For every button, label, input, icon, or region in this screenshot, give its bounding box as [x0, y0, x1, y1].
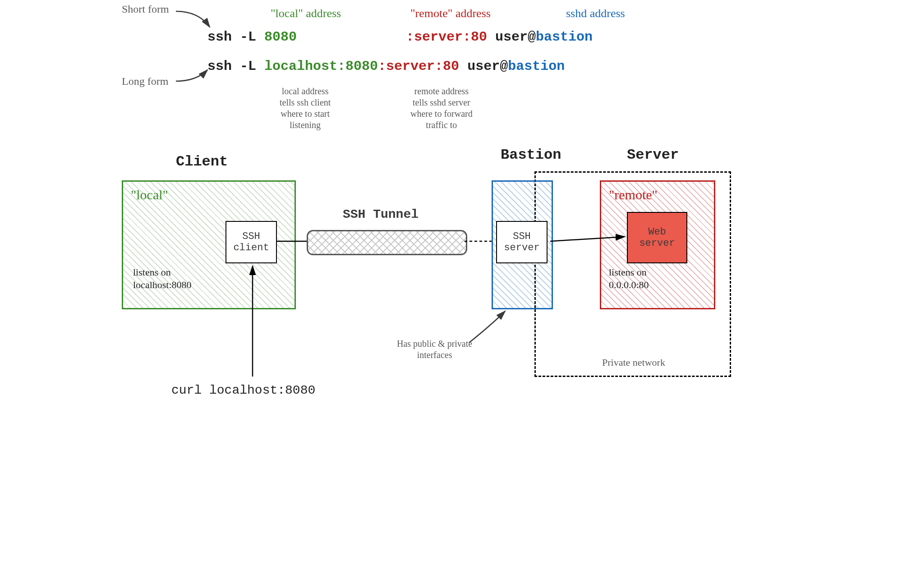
title-client: Client: [176, 153, 228, 170]
command-long-form: ssh -L localhost:8080:server:80 user@bas…: [207, 59, 565, 74]
local-part: localhost:8080: [264, 59, 378, 74]
title-bastion: Bastion: [501, 147, 561, 163]
label-sshd-address: sshd address: [566, 7, 625, 20]
command-short-form: ssh -L 8080: [207, 29, 297, 45]
local-part: 8080: [264, 29, 297, 45]
label-local-address: "local" address: [271, 7, 341, 20]
command-short-form-remote: :server:80 user@bastion: [406, 29, 593, 45]
sep: :: [406, 29, 414, 45]
note-local-address: local address tells ssh client where to …: [280, 86, 331, 131]
label-ssh-tunnel: SSH Tunnel: [343, 207, 419, 221]
note-remote-address: remote address tells sshd server where t…: [410, 86, 473, 131]
label-remote-address: "remote" address: [410, 7, 491, 20]
label-remote-listen: listens on 0.0.0.0:80: [609, 266, 649, 291]
label-local-listen: listens on localhost:8080: [133, 266, 192, 291]
title-server: Server: [627, 147, 679, 163]
label-remote-box: "remote": [609, 187, 658, 202]
command-curl: curl localhost:8080: [171, 383, 315, 397]
ssh-server-box: SSH server: [496, 221, 548, 263]
user-part: user@: [487, 29, 536, 45]
ssh-tunnel: [307, 230, 467, 255]
web-server-box: Web server: [627, 212, 687, 263]
label-private-network: Private network: [602, 356, 665, 369]
annotation-short-form: Short form: [122, 2, 169, 16]
ssh-client-box: SSH client: [226, 221, 277, 263]
remote-part: server:80: [414, 29, 487, 45]
label-local-box: "local": [131, 187, 168, 202]
host-part: bastion: [536, 29, 593, 45]
user-part: user@: [459, 59, 508, 74]
ssh-prefix: ssh -L: [207, 59, 264, 74]
ssh-prefix: ssh -L: [207, 29, 264, 45]
sep: :: [378, 59, 386, 74]
annotation-long-form: Long form: [122, 74, 168, 88]
note-bastion: Has public & private interfaces: [397, 338, 472, 361]
host-part: bastion: [508, 59, 565, 74]
remote-part: server:80: [386, 59, 459, 74]
